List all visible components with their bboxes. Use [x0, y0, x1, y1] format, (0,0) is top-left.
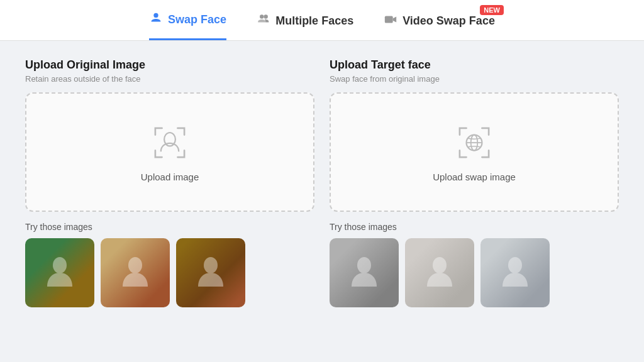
- right-sample-images: [330, 238, 619, 307]
- left-panel-subtitle: Retain areas outside of the face: [25, 74, 314, 84]
- new-badge: NEW: [480, 5, 504, 15]
- tab-video-swap-face-label: Video Swap Face: [402, 14, 495, 28]
- left-try-label: Try those images: [25, 222, 314, 232]
- tab-multiple-faces-label: Multiple Faces: [275, 14, 353, 28]
- right-panel: Upload Target face Swap face from origin…: [330, 58, 619, 307]
- tab-video-swap-face[interactable]: Video Swap Face NEW: [384, 13, 495, 40]
- svg-point-0: [153, 13, 158, 18]
- svg-marker-4: [393, 16, 397, 22]
- person-icon: [149, 11, 163, 28]
- svg-point-14: [508, 257, 522, 273]
- globe-scan-icon: [454, 123, 494, 163]
- right-sample-3[interactable]: [480, 238, 550, 307]
- svg-point-8: [204, 257, 218, 273]
- svg-point-1: [260, 14, 264, 18]
- tab-swap-face-label: Swap Face: [168, 13, 226, 26]
- people-icon: [257, 13, 270, 30]
- right-try-label: Try those images: [330, 222, 619, 232]
- upload-target-label: Upload swap image: [433, 172, 516, 182]
- left-sample-1[interactable]: [25, 238, 94, 307]
- tab-multiple-faces[interactable]: Multiple Faces: [257, 13, 353, 40]
- left-panel-title: Upload Original Image: [25, 58, 314, 72]
- nav-bar: Swap Face Multiple Faces Video Swap: [0, 0, 644, 41]
- upload-original-label: Upload image: [141, 172, 199, 182]
- svg-point-6: [53, 257, 67, 273]
- right-panel-subtitle: Swap face from original image: [330, 74, 619, 84]
- main-content: Upload Original Image Retain areas outsi…: [0, 41, 644, 325]
- right-sample-2[interactable]: [405, 238, 474, 307]
- right-panel-title: Upload Target face: [330, 58, 619, 72]
- upload-original-box[interactable]: Upload image: [25, 92, 314, 212]
- app-container: Swap Face Multiple Faces Video Swap: [0, 0, 644, 362]
- tab-swap-face[interactable]: Swap Face: [149, 11, 226, 40]
- video-icon: [384, 13, 397, 30]
- left-sample-3[interactable]: [176, 238, 245, 307]
- svg-point-2: [264, 14, 268, 18]
- svg-point-12: [357, 257, 371, 273]
- svg-point-13: [433, 257, 447, 273]
- svg-rect-3: [385, 16, 393, 23]
- left-sample-images: [25, 238, 314, 307]
- upload-target-box[interactable]: Upload swap image: [330, 92, 619, 212]
- left-sample-2[interactable]: [101, 238, 170, 307]
- left-panel: Upload Original Image Retain areas outsi…: [25, 58, 314, 307]
- right-sample-1[interactable]: [330, 238, 399, 307]
- face-scan-icon: [150, 123, 190, 163]
- svg-point-7: [128, 257, 142, 273]
